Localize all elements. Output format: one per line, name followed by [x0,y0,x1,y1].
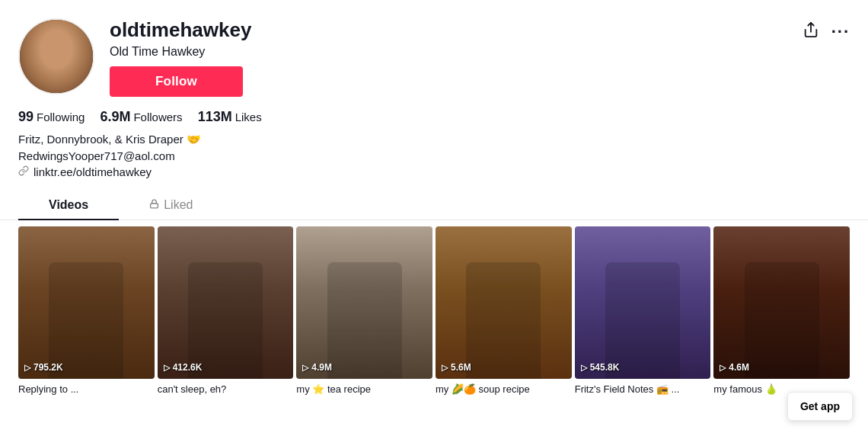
profile-info: oldtimehawkey Old Time Hawkey Follow [110,18,787,97]
video-card[interactable]: ▷545.8KFritz's Field Notes 📻 ... [575,226,711,396]
video-thumbnail: ▷4.6M [713,226,850,379]
videos-grid: ▷795.2KReplying to ...▷412.6Kcan't sleep… [0,220,868,402]
tab-videos-label: Videos [49,198,88,212]
video-thumbnail: ▷5.6M [436,226,572,379]
stats-row: 99 Following 6.9M Followers 113M Likes [18,109,850,125]
follow-button[interactable]: Follow [110,66,243,97]
video-figure [158,249,294,379]
link-text[interactable]: linktr.ee/oldtimehawkey [34,165,152,178]
following-count: 99 [18,109,34,125]
following-label: Following [37,111,85,123]
video-card[interactable]: ▷412.6Kcan't sleep, eh? [158,226,294,396]
view-count-overlay: ▷412.6K [164,362,203,373]
avatar [18,18,94,95]
tabs-section: Videos Liked [0,191,868,220]
video-title: my 🌽🍊 soup recipe [436,383,572,396]
following-stat: 99 Following [18,109,85,125]
likes-stat: 113M Likes [198,109,262,125]
view-count: 795.2K [34,362,63,373]
followers-label: Followers [133,111,182,123]
video-card[interactable]: ▷4.9Mmy ⭐ tea recipe [296,226,432,396]
view-count: 545.8K [590,362,620,373]
view-count-overlay: ▷5.6M [442,362,471,373]
view-count-overlay: ▷545.8K [581,362,620,373]
video-figure [575,249,711,379]
view-count-overlay: ▷795.2K [24,362,63,373]
svg-rect-1 [151,204,158,208]
video-thumbnail: ▷795.2K [18,226,155,379]
video-thumbnail: ▷4.9M [296,226,432,379]
likes-label: Likes [235,111,262,123]
username: oldtimehawkey [110,18,787,42]
video-figure [436,249,572,379]
video-title: Replying to ... [18,383,155,396]
video-card[interactable]: ▷5.6Mmy 🌽🍊 soup recipe [436,226,572,396]
tab-liked[interactable]: Liked [119,191,223,220]
followers-stat: 6.9M Followers [100,109,182,125]
video-card[interactable]: ▷4.6Mmy famous 🍐 [713,226,850,396]
display-name: Old Time Hawkey [110,45,787,59]
followers-count: 6.9M [100,109,130,125]
video-figure [713,249,850,379]
video-title: my ⭐ tea recipe [296,383,432,396]
play-icon: ▷ [581,363,587,373]
play-icon: ▷ [720,363,726,373]
view-count-overlay: ▷4.9M [302,362,332,373]
link-line: linktr.ee/oldtimehawkey [18,165,850,178]
video-thumbnail: ▷412.6K [158,226,294,379]
likes-count: 113M [198,109,232,125]
share-icon[interactable] [803,21,819,42]
video-thumbnail: ▷545.8K [575,226,711,379]
view-count-overlay: ▷4.6M [720,362,749,373]
play-icon: ▷ [302,363,308,373]
video-figure [296,249,432,379]
play-icon: ▷ [24,363,30,373]
view-count: 5.6M [451,362,471,373]
bio-line-2: RedwingsYooper717@aol.com [18,149,850,162]
view-count: 412.6K [173,362,203,373]
view-count: 4.9M [311,362,332,373]
more-options-icon[interactable]: ··· [831,22,850,42]
avatar-image [20,20,93,93]
video-figure [18,249,155,379]
tab-videos[interactable]: Videos [18,191,119,220]
view-count: 4.6M [729,362,749,373]
play-icon: ▷ [164,363,170,373]
header-actions: ··· [803,18,850,42]
get-app-button[interactable]: Get app [787,392,853,421]
video-title: can't sleep, eh? [158,383,294,396]
tab-liked-label: Liked [164,198,193,212]
bio-line-1: Fritz, Donnybrook, & Kris Draper 🤝 [18,133,850,146]
lock-icon [149,199,159,211]
link-icon [18,165,29,178]
profile-section: oldtimehawkey Old Time Hawkey Follow ···… [0,0,868,178]
play-icon: ▷ [442,363,448,373]
profile-header: oldtimehawkey Old Time Hawkey Follow ··· [18,18,850,97]
video-card[interactable]: ▷795.2KReplying to ... [18,226,155,396]
video-title: Fritz's Field Notes 📻 ... [575,383,711,396]
